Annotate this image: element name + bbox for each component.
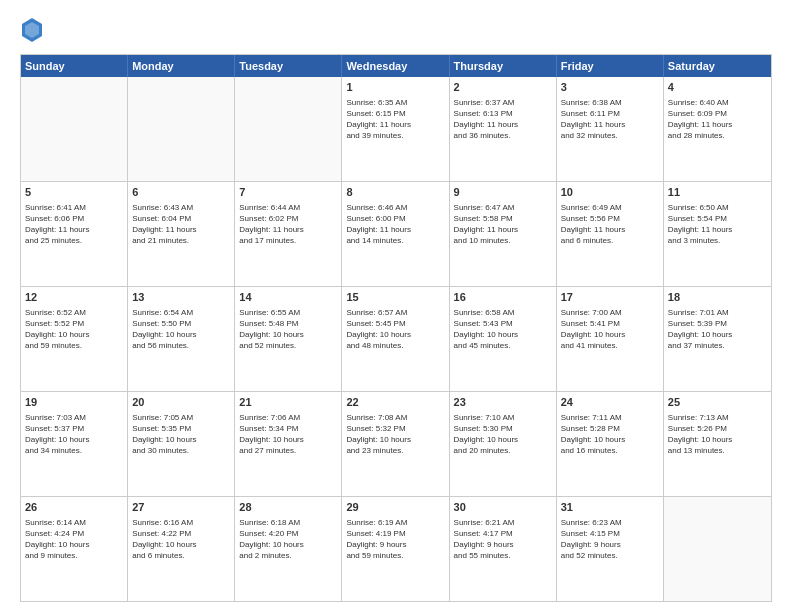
calendar-body: 1Sunrise: 6:35 AM Sunset: 6:15 PM Daylig… [21,77,771,601]
day-info: Sunrise: 6:50 AM Sunset: 5:54 PM Dayligh… [668,202,767,247]
weekday-header-wednesday: Wednesday [342,55,449,77]
day-info: Sunrise: 6:49 AM Sunset: 5:56 PM Dayligh… [561,202,659,247]
day-cell-25: 25Sunrise: 7:13 AM Sunset: 5:26 PM Dayli… [664,392,771,496]
day-info: Sunrise: 6:41 AM Sunset: 6:06 PM Dayligh… [25,202,123,247]
day-info: Sunrise: 6:14 AM Sunset: 4:24 PM Dayligh… [25,517,123,562]
day-number: 16 [454,290,552,305]
day-cell-21: 21Sunrise: 7:06 AM Sunset: 5:34 PM Dayli… [235,392,342,496]
day-cell-31: 31Sunrise: 6:23 AM Sunset: 4:15 PM Dayli… [557,497,664,601]
day-cell-29: 29Sunrise: 6:19 AM Sunset: 4:19 PM Dayli… [342,497,449,601]
day-info: Sunrise: 6:18 AM Sunset: 4:20 PM Dayligh… [239,517,337,562]
day-info: Sunrise: 6:46 AM Sunset: 6:00 PM Dayligh… [346,202,444,247]
day-number: 3 [561,80,659,95]
day-info: Sunrise: 6:16 AM Sunset: 4:22 PM Dayligh… [132,517,230,562]
day-number: 24 [561,395,659,410]
day-info: Sunrise: 7:00 AM Sunset: 5:41 PM Dayligh… [561,307,659,352]
day-number: 13 [132,290,230,305]
day-number: 26 [25,500,123,515]
day-info: Sunrise: 6:21 AM Sunset: 4:17 PM Dayligh… [454,517,552,562]
day-number: 19 [25,395,123,410]
day-info: Sunrise: 6:40 AM Sunset: 6:09 PM Dayligh… [668,97,767,142]
day-number: 31 [561,500,659,515]
day-number: 6 [132,185,230,200]
day-info: Sunrise: 6:52 AM Sunset: 5:52 PM Dayligh… [25,307,123,352]
day-info: Sunrise: 6:38 AM Sunset: 6:11 PM Dayligh… [561,97,659,142]
calendar-row-2: 12Sunrise: 6:52 AM Sunset: 5:52 PM Dayli… [21,286,771,391]
day-number: 30 [454,500,552,515]
empty-cell [235,77,342,181]
day-number: 15 [346,290,444,305]
day-info: Sunrise: 7:11 AM Sunset: 5:28 PM Dayligh… [561,412,659,457]
day-cell-3: 3Sunrise: 6:38 AM Sunset: 6:11 PM Daylig… [557,77,664,181]
day-number: 14 [239,290,337,305]
day-cell-20: 20Sunrise: 7:05 AM Sunset: 5:35 PM Dayli… [128,392,235,496]
day-cell-1: 1Sunrise: 6:35 AM Sunset: 6:15 PM Daylig… [342,77,449,181]
day-info: Sunrise: 7:10 AM Sunset: 5:30 PM Dayligh… [454,412,552,457]
day-cell-26: 26Sunrise: 6:14 AM Sunset: 4:24 PM Dayli… [21,497,128,601]
empty-cell [664,497,771,601]
day-cell-11: 11Sunrise: 6:50 AM Sunset: 5:54 PM Dayli… [664,182,771,286]
day-info: Sunrise: 7:03 AM Sunset: 5:37 PM Dayligh… [25,412,123,457]
day-number: 21 [239,395,337,410]
day-cell-15: 15Sunrise: 6:57 AM Sunset: 5:45 PM Dayli… [342,287,449,391]
day-cell-23: 23Sunrise: 7:10 AM Sunset: 5:30 PM Dayli… [450,392,557,496]
day-number: 11 [668,185,767,200]
weekday-header-thursday: Thursday [450,55,557,77]
day-info: Sunrise: 6:57 AM Sunset: 5:45 PM Dayligh… [346,307,444,352]
day-cell-30: 30Sunrise: 6:21 AM Sunset: 4:17 PM Dayli… [450,497,557,601]
day-number: 1 [346,80,444,95]
day-info: Sunrise: 7:08 AM Sunset: 5:32 PM Dayligh… [346,412,444,457]
day-number: 20 [132,395,230,410]
day-cell-10: 10Sunrise: 6:49 AM Sunset: 5:56 PM Dayli… [557,182,664,286]
day-cell-7: 7Sunrise: 6:44 AM Sunset: 6:02 PM Daylig… [235,182,342,286]
day-info: Sunrise: 7:05 AM Sunset: 5:35 PM Dayligh… [132,412,230,457]
day-cell-6: 6Sunrise: 6:43 AM Sunset: 6:04 PM Daylig… [128,182,235,286]
day-number: 29 [346,500,444,515]
day-number: 17 [561,290,659,305]
day-cell-13: 13Sunrise: 6:54 AM Sunset: 5:50 PM Dayli… [128,287,235,391]
calendar-row-4: 26Sunrise: 6:14 AM Sunset: 4:24 PM Dayli… [21,496,771,601]
day-cell-22: 22Sunrise: 7:08 AM Sunset: 5:32 PM Dayli… [342,392,449,496]
day-number: 4 [668,80,767,95]
day-cell-14: 14Sunrise: 6:55 AM Sunset: 5:48 PM Dayli… [235,287,342,391]
day-cell-12: 12Sunrise: 6:52 AM Sunset: 5:52 PM Dayli… [21,287,128,391]
day-cell-2: 2Sunrise: 6:37 AM Sunset: 6:13 PM Daylig… [450,77,557,181]
day-info: Sunrise: 6:35 AM Sunset: 6:15 PM Dayligh… [346,97,444,142]
day-info: Sunrise: 6:47 AM Sunset: 5:58 PM Dayligh… [454,202,552,247]
day-info: Sunrise: 6:43 AM Sunset: 6:04 PM Dayligh… [132,202,230,247]
day-number: 25 [668,395,767,410]
logo-icon [20,16,44,44]
day-info: Sunrise: 6:44 AM Sunset: 6:02 PM Dayligh… [239,202,337,247]
calendar-row-1: 5Sunrise: 6:41 AM Sunset: 6:06 PM Daylig… [21,181,771,286]
day-info: Sunrise: 6:37 AM Sunset: 6:13 PM Dayligh… [454,97,552,142]
day-number: 22 [346,395,444,410]
day-number: 5 [25,185,123,200]
day-info: Sunrise: 7:01 AM Sunset: 5:39 PM Dayligh… [668,307,767,352]
logo [20,16,48,44]
day-number: 27 [132,500,230,515]
calendar-row-3: 19Sunrise: 7:03 AM Sunset: 5:37 PM Dayli… [21,391,771,496]
day-number: 2 [454,80,552,95]
day-cell-17: 17Sunrise: 7:00 AM Sunset: 5:41 PM Dayli… [557,287,664,391]
day-cell-9: 9Sunrise: 6:47 AM Sunset: 5:58 PM Daylig… [450,182,557,286]
header [20,16,772,44]
day-info: Sunrise: 6:54 AM Sunset: 5:50 PM Dayligh… [132,307,230,352]
day-info: Sunrise: 7:13 AM Sunset: 5:26 PM Dayligh… [668,412,767,457]
day-number: 23 [454,395,552,410]
day-cell-8: 8Sunrise: 6:46 AM Sunset: 6:00 PM Daylig… [342,182,449,286]
day-info: Sunrise: 7:06 AM Sunset: 5:34 PM Dayligh… [239,412,337,457]
weekday-header-tuesday: Tuesday [235,55,342,77]
calendar: SundayMondayTuesdayWednesdayThursdayFrid… [20,54,772,602]
day-cell-19: 19Sunrise: 7:03 AM Sunset: 5:37 PM Dayli… [21,392,128,496]
day-number: 28 [239,500,337,515]
day-cell-4: 4Sunrise: 6:40 AM Sunset: 6:09 PM Daylig… [664,77,771,181]
day-cell-5: 5Sunrise: 6:41 AM Sunset: 6:06 PM Daylig… [21,182,128,286]
page: SundayMondayTuesdayWednesdayThursdayFrid… [0,0,792,612]
empty-cell [128,77,235,181]
day-number: 9 [454,185,552,200]
weekday-header-saturday: Saturday [664,55,771,77]
weekday-header-sunday: Sunday [21,55,128,77]
day-info: Sunrise: 6:55 AM Sunset: 5:48 PM Dayligh… [239,307,337,352]
weekday-header-friday: Friday [557,55,664,77]
day-cell-18: 18Sunrise: 7:01 AM Sunset: 5:39 PM Dayli… [664,287,771,391]
